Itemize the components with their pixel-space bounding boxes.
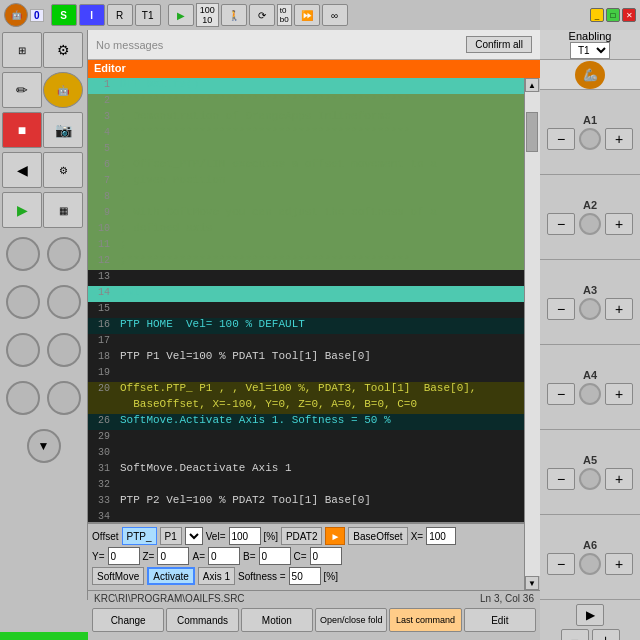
axis-circle-a3[interactable]	[579, 298, 601, 320]
left-circle-8[interactable]	[47, 381, 81, 415]
axis-plus-a6[interactable]: +	[605, 553, 633, 575]
left-circle-5[interactable]	[6, 333, 40, 367]
axis1-btn[interactable]: Axis 1	[198, 567, 235, 585]
vel-input[interactable]	[229, 527, 261, 545]
pen-icon[interactable]: ✏	[2, 72, 42, 108]
line-content: PTP P2 Vel=100 % PDAT2 Tool[1] Base[0]	[116, 494, 524, 510]
axis-minus-a3[interactable]: −	[547, 298, 575, 320]
motion-button[interactable]: Motion	[241, 608, 313, 632]
code-line: 29	[88, 430, 524, 446]
softmove-btn[interactable]: SoftMove	[92, 567, 144, 585]
axis-minus-a6[interactable]: −	[547, 553, 575, 575]
axis-plus-a1[interactable]: +	[605, 128, 633, 150]
axis-circle-a4[interactable]	[579, 383, 601, 405]
t1-select[interactable]: T1	[570, 42, 610, 59]
settings2-icon[interactable]: ⚙	[43, 152, 83, 188]
z-input[interactable]	[157, 547, 189, 565]
line-number: 3	[88, 110, 116, 126]
i-button[interactable]: I	[79, 4, 105, 26]
line-content: ;	[116, 238, 524, 254]
t1-button[interactable]: T1	[135, 4, 161, 26]
change-button[interactable]: Change	[92, 608, 164, 632]
activate-btn[interactable]: Activate	[147, 567, 195, 585]
open-close-fold-button[interactable]: Open/close fold	[315, 608, 387, 632]
scroll-up-btn[interactable]: ▲	[525, 78, 539, 92]
camera-icon[interactable]: 📷	[43, 112, 83, 148]
cursor-position: Ln 3, Col 36	[480, 593, 534, 604]
minimize-button[interactable]: _	[590, 8, 604, 22]
last-command-button[interactable]: Last command	[389, 608, 461, 632]
axis-circle-a1[interactable]	[579, 128, 601, 150]
code-area[interactable]: 1DEF 0ailfs()2;*************************…	[88, 78, 524, 590]
grid2-icon[interactable]: ▦	[43, 192, 83, 228]
left-circle-6[interactable]	[47, 333, 81, 367]
p1-dropdown[interactable]	[185, 527, 203, 545]
pdat2-btn[interactable]: PDAT2	[281, 527, 323, 545]
softness-input[interactable]	[289, 567, 321, 585]
axis-plus-a3[interactable]: +	[605, 298, 633, 320]
c-input[interactable]	[310, 547, 342, 565]
axis-minus-a1[interactable]: −	[547, 128, 575, 150]
p1-btn[interactable]: P1	[160, 527, 182, 545]
left-circle-4[interactable]	[47, 285, 81, 319]
axis-circle-a6[interactable]	[579, 553, 601, 575]
s-button[interactable]: S	[51, 4, 77, 26]
play-button[interactable]: ▶	[168, 4, 194, 26]
softness-label: Softness =	[238, 571, 286, 582]
play-left-btn[interactable]: ▶	[2, 192, 42, 228]
edit-button[interactable]: Edit	[464, 608, 536, 632]
editor-scrollbar[interactable]: ▲ ▼	[524, 78, 540, 590]
axis-minus-a4[interactable]: −	[547, 383, 575, 405]
commands-button[interactable]: Commands	[166, 608, 238, 632]
ptp-btn[interactable]: PTP_	[122, 527, 157, 545]
axis-minus-a5[interactable]: −	[547, 468, 575, 490]
line-content	[116, 270, 524, 286]
right-arrow-btn[interactable]: ▶	[576, 604, 604, 626]
settings-icon[interactable]: ⚙	[43, 32, 83, 68]
scroll-thumb[interactable]	[526, 112, 538, 152]
bottom-buttons-row: Change Commands Motion Open/close fold L…	[88, 606, 540, 634]
x-input[interactable]	[426, 527, 456, 545]
axis-plus-a2[interactable]: +	[605, 213, 633, 235]
bottom-plus-btn[interactable]: +	[592, 629, 620, 640]
robot-icon-left[interactable]: 🤖	[43, 72, 83, 108]
b-input[interactable]	[259, 547, 291, 565]
pdat2-arrow-btn[interactable]: ►	[325, 527, 345, 545]
infinity-icon[interactable]: ∞	[322, 4, 348, 26]
line-number: 15	[88, 302, 116, 318]
axis-circle-a2[interactable]	[579, 213, 601, 235]
axis-plus-a4[interactable]: +	[605, 383, 633, 405]
left-circle-1[interactable]	[6, 237, 40, 271]
maximize-button[interactable]: □	[606, 8, 620, 22]
left-arrow-down[interactable]: ▼	[27, 429, 61, 463]
arrow-icon[interactable]: ⟳	[249, 4, 275, 26]
scroll-track[interactable]	[525, 92, 540, 576]
fast-forward-icon[interactable]: ⏩	[294, 4, 320, 26]
left-circle-7[interactable]	[6, 381, 40, 415]
back-btn[interactable]: ◀	[2, 152, 42, 188]
left-circle-2[interactable]	[47, 237, 81, 271]
bottom-minus-btn[interactable]: −	[561, 629, 589, 640]
axis-minus-a2[interactable]: −	[547, 213, 575, 235]
line-number: 4	[88, 126, 116, 142]
y-input[interactable]	[108, 547, 140, 565]
base-offset-btn[interactable]: BaseOffset	[348, 527, 407, 545]
left-circle-3[interactable]	[6, 285, 40, 319]
code-line: 32	[88, 478, 524, 494]
person-icon[interactable]: 🚶	[221, 4, 247, 26]
axis-plus-a5[interactable]: +	[605, 468, 633, 490]
top-toolbar: 🤖 0 S I R T1 ▶ 100 10 🚶 ⟳ t0 b0 ⏩ ∞	[0, 0, 540, 30]
grid-icon[interactable]: ⊞	[2, 32, 42, 68]
close-button[interactable]: ✕	[622, 8, 636, 22]
file-path: KRC\RI\PROGRAM\OAILFS.SRC	[94, 593, 476, 604]
app-icon[interactable]: 🤖	[4, 3, 28, 27]
axis-buttons-a3: − +	[547, 298, 633, 320]
line-number: 9	[88, 206, 116, 222]
r-button[interactable]: R	[107, 4, 133, 26]
a-input[interactable]	[208, 547, 240, 565]
enabling-label: Enabling	[569, 30, 612, 42]
confirm-all-button[interactable]: Confirm all	[466, 36, 532, 53]
stop-btn[interactable]: ■	[2, 112, 42, 148]
scroll-down-btn[interactable]: ▼	[525, 576, 539, 590]
axis-circle-a5[interactable]	[579, 468, 601, 490]
